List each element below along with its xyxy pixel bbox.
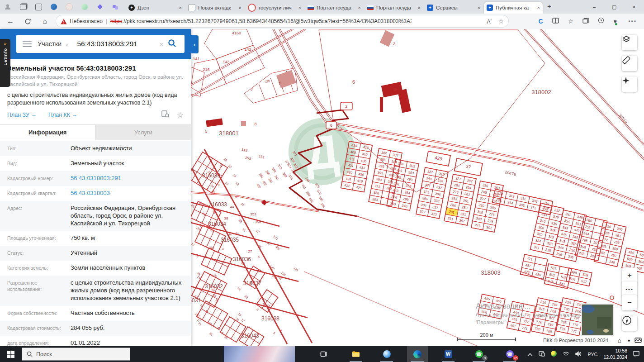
dzen-icon: ✦ — [128, 5, 135, 11]
svg-text:2: 2 — [263, 302, 265, 306]
browser-tab-2[interactable]: Новая вкладк× — [185, 2, 244, 14]
tab-close-icon[interactable]: × — [179, 5, 182, 10]
favorites-icon[interactable]: ☆ — [568, 18, 574, 25]
search-icon[interactable] — [168, 39, 176, 49]
restore-button[interactable]: ▢ — [604, 0, 624, 14]
info-row-label: Категория земель: — [7, 264, 65, 272]
close-button[interactable]: × — [624, 0, 644, 14]
taskbar-search-box[interactable]: Поиск — [22, 348, 130, 361]
back-button[interactable]: ← — [4, 15, 17, 28]
display-project-icon[interactable] — [539, 350, 545, 358]
extension-diamond-icon[interactable] — [94, 2, 106, 12]
my-position-button[interactable] — [622, 76, 637, 92]
wifi-icon[interactable] — [563, 350, 569, 358]
notification-center-icon[interactable] — [633, 350, 639, 358]
browser-essentials-icon[interactable]: ♥ — [613, 18, 619, 25]
taskbar-app-explorer[interactable] — [346, 346, 366, 362]
svg-text:4: 4 — [258, 255, 260, 259]
letinfo-side-tab[interactable]: » LetInfo — [0, 39, 10, 87]
collections-icon[interactable] — [582, 17, 589, 25]
taskbar-app-whatsapp[interactable]: ☎3 — [469, 346, 489, 362]
refresh-button[interactable] — [21, 15, 34, 28]
tab-title: Публичная ка — [496, 5, 535, 10]
widgets-weather-image[interactable] — [224, 346, 295, 362]
zoom-out-button[interactable]: − — [622, 295, 637, 310]
browser-tab-6[interactable]: ✦Сервисы× — [424, 2, 483, 14]
info-row-label: Тип: — [7, 145, 65, 152]
url-text: ://pkk.rosreestr.ru/#/search/51.22326707… — [122, 18, 412, 24]
star-icon[interactable]: ☆ — [177, 110, 184, 120]
language-indicator[interactable]: РУС — [587, 352, 597, 357]
layers-button[interactable] — [622, 35, 637, 50]
panel-collapse-button[interactable]: ‹ — [191, 35, 199, 53]
tab-close-icon[interactable]: × — [239, 5, 242, 10]
profile-icon[interactable] — [2, 2, 14, 12]
taskbar-app-word[interactable]: W — [438, 346, 459, 362]
volume-icon[interactable] — [575, 350, 582, 358]
taskbar-app-viber[interactable]: ☎76 — [499, 346, 520, 362]
info-row-value-link[interactable]: 56:43:0318003:291 — [65, 175, 184, 182]
cadastral-map[interactable]: Д264184174094104114304214134204264244194… — [191, 29, 644, 346]
vertical-tabs-icon[interactable] — [33, 2, 44, 12]
home-button[interactable]: ⌂ — [38, 15, 52, 28]
tab-close-icon[interactable]: × — [537, 5, 540, 10]
address-bar[interactable]: Небезопасно | https ://pkk.rosreestr.ru/… — [56, 15, 508, 27]
tray-date: 12.01.2024 — [603, 354, 627, 360]
info-row-label: Адрес: — [7, 205, 65, 212]
panel-tabs: Информация Услуги — [0, 124, 191, 141]
browser-tab-1[interactable]: ✦Дзен× — [126, 2, 185, 14]
plan-kk-link[interactable]: План КК → — [48, 112, 77, 118]
measure-ruler-button[interactable] — [622, 56, 637, 71]
chevron-down-icon[interactable]: ⌄ — [65, 41, 69, 47]
doc-search-icon[interactable] — [161, 110, 170, 120]
clock[interactable]: 10:58 12.01.2024 — [603, 348, 627, 360]
extension-globe-icon[interactable] — [48, 2, 60, 12]
info-row-value-link[interactable]: 56:43:0318003 — [65, 190, 184, 197]
split-screen-icon[interactable] — [552, 17, 559, 25]
tab-information[interactable]: Информация — [0, 125, 95, 141]
search-pill: Участки ⌄ × — [16, 35, 185, 53]
tray-chevron-icon[interactable] — [527, 350, 533, 358]
taskbar-app-edge[interactable] — [407, 346, 428, 362]
browser-tab-4[interactable]: Портал госуда× — [305, 2, 364, 14]
extension-squares-icon[interactable] — [109, 2, 121, 12]
search-category-select[interactable]: Участки — [38, 40, 62, 48]
extension-pale-icon[interactable] — [63, 2, 75, 12]
tab-close-icon[interactable]: × — [478, 5, 480, 10]
tab-close-icon[interactable]: × — [418, 5, 421, 10]
settings-more-icon[interactable]: ··· — [628, 17, 637, 25]
taskbar-app-task-view[interactable] — [313, 346, 334, 362]
info-row-value: 750 кв. м — [65, 234, 184, 242]
search-input[interactable] — [76, 39, 158, 48]
svg-text:316035: 316035 — [221, 237, 239, 243]
extension-green-icon[interactable] — [79, 2, 90, 12]
zoom-in-button[interactable]: + — [622, 268, 637, 283]
minimize-button[interactable]: – — [584, 0, 604, 14]
new-tab-button[interactable]: + — [547, 2, 551, 10]
map-canvas[interactable]: Д264184174094104114304214134204264244194… — [191, 29, 644, 346]
svg-text:216: 216 — [203, 67, 209, 72]
start-button[interactable] — [0, 346, 22, 362]
svg-text:44: 44 — [230, 205, 234, 209]
read-aloud-icon[interactable]: Aⁿ — [487, 18, 492, 25]
svg-text:316043: 316043 — [241, 333, 259, 339]
browser-tab-5[interactable]: Портал госуда× — [365, 2, 423, 14]
menu-icon[interactable] — [23, 39, 32, 48]
svg-text:5: 5 — [235, 195, 237, 199]
system-tray: РУС 10:58 12.01.2024 — [527, 346, 644, 362]
zoom-levels-button[interactable]: ••• — [622, 281, 637, 297]
compass-button[interactable] — [622, 315, 637, 331]
browser-tab-3[interactable]: госуслуги лич× — [245, 2, 304, 14]
tab-services[interactable]: Услуги — [95, 125, 191, 140]
favorite-star-icon[interactable]: ☆ — [498, 18, 504, 25]
tab-close-icon[interactable]: × — [358, 5, 361, 10]
antivirus-shield-icon[interactable] — [551, 350, 557, 358]
tab-close-icon[interactable]: × — [298, 5, 301, 10]
history-icon[interactable] — [598, 17, 604, 25]
copilot-icon[interactable]: C — [539, 18, 543, 25]
taskbar-app-photos[interactable] — [376, 346, 397, 362]
workspaces-icon[interactable] — [17, 2, 29, 12]
clear-search-icon[interactable]: × — [159, 40, 163, 48]
browser-tab-7[interactable]: ✦Публичная ка× — [484, 2, 543, 14]
plan-zu-link[interactable]: План ЗУ → — [7, 112, 37, 118]
